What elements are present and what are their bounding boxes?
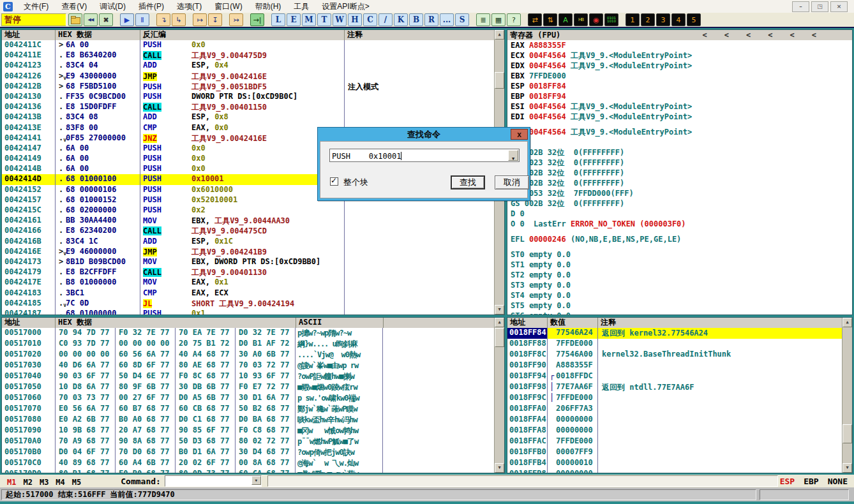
animate-into-button[interactable]: ↳ [172, 13, 186, 26]
dump-row[interactable]: 00517070E0 56 6A 7760 B7 68 7760 CB 68 7… [2, 404, 494, 415]
register-line[interactable]: CS 0023 32位 0(FFFFFFFF) [511, 158, 852, 168]
column-header-1[interactable]: 地址 [507, 318, 548, 328]
menu-item-2[interactable]: 查看(V) [55, 1, 93, 13]
menu-item-5[interactable]: 选项(T) [170, 1, 208, 13]
register-line[interactable]: EBX 7FFDE000 [511, 71, 852, 81]
dump-row[interactable]: 005170B0D0 04 6F 7770 D0 68 77B0 D1 6A 7… [2, 447, 494, 458]
column-header-2[interactable]: 数值 [548, 318, 598, 328]
disasm-row[interactable]: 00424130.FF35 0C9BCD00PUSHDWORD PTR DS:[… [2, 92, 494, 102]
register-line[interactable]: ST4 empty 0.0 [511, 290, 852, 300]
help-button[interactable]: ? [507, 13, 521, 26]
column-header-2[interactable]: HEX 数据 [56, 30, 140, 40]
disasm-row[interactable]: 0042416B.83C4 1CADDESP, 0x1C [2, 237, 494, 247]
disasm-row[interactable]: 00424173>8B1D B09BCD00MOVEBX, DWORD PTR … [2, 257, 494, 267]
disasm-row[interactable]: 00424161.BB 30AA4400MOVEBX, 工具V9_9.0044A… [2, 216, 494, 226]
up-down-button[interactable]: ⇅ [543, 13, 557, 26]
dump-row[interactable]: 0051706070 03 73 7700 27 6F 77D0 A5 6B 7… [2, 393, 494, 404]
stack-row[interactable]: 0018FF9C│7FFDE000 [507, 393, 842, 404]
stack-row[interactable]: 0018FF8477546A24返回到 kernel32.77546A24 [507, 328, 842, 339]
dump-row[interactable]: 00517010C0 93 7D 7700 00 00 0020 75 B1 7… [2, 339, 494, 350]
breakpoint-2-button[interactable]: 2 [641, 13, 655, 26]
register-line[interactable]: ST0 empty 0.0 [511, 249, 852, 260]
dump-row[interactable]: 0051703040 D6 6A 7760 8D 6F 7780 AE 68 7… [2, 360, 494, 371]
assemble-button[interactable]: A [558, 13, 573, 26]
step-over-button[interactable]: ↦ [193, 13, 207, 26]
stack-row[interactable]: 0018FFA800000000 [507, 426, 842, 436]
register-line[interactable]: EBP 0018FF94 [511, 91, 852, 101]
menu-item-8[interactable]: 工具 [287, 1, 315, 13]
scroll-down-button[interactable]: ▼ [843, 463, 852, 473]
disasm-row[interactable]: 0042411C>6A 00PUSH0x0 [2, 40, 494, 50]
minimize-button[interactable]: – [792, 1, 809, 12]
hardware-breakpoint-button[interactable]: HB [574, 13, 588, 26]
scroll-thumb[interactable] [843, 424, 852, 443]
column-header-1[interactable]: 地址 [2, 318, 56, 328]
dump-row[interactable]: 005170A070 A9 68 7790 8A 68 7750 D3 68 7… [2, 436, 494, 447]
view-windows-button[interactable]: W [333, 13, 347, 26]
register-line[interactable]: ESI 004F4564 工具V9_9.<ModuleEntryPoint> [511, 101, 852, 112]
view-breakpoints-button[interactable]: B [409, 13, 423, 26]
view-call-stack-button[interactable]: K [394, 13, 408, 26]
register-line[interactable]: EDI 004F4564 工具V9_9.<ModuleEntryPoint> [511, 112, 852, 122]
memory-tab-m3[interactable]: M3 [40, 478, 49, 487]
input-dropdown-button[interactable]: ▼ [508, 150, 518, 161]
column-header-1[interactable]: 地址 [2, 30, 56, 40]
breakpoint-3-button[interactable]: 3 [656, 13, 670, 26]
view-run-trace-button[interactable]: ... [440, 13, 454, 26]
binary-button[interactable]: 0101 1010 [604, 13, 618, 26]
view-source-button[interactable]: S [455, 13, 469, 26]
memory-tab-m2[interactable]: M2 [23, 478, 32, 487]
menu-item-6[interactable]: 窗口(W) [208, 1, 248, 13]
register-line[interactable]: ESP 0018FF84 [511, 81, 852, 91]
scroll-thumb[interactable] [495, 328, 504, 347]
stack-row[interactable]: 0018FF90A888355F [507, 360, 842, 371]
target-button[interactable]: ◉ [589, 13, 603, 26]
entire-block-checkbox[interactable]: ✓ [330, 177, 338, 186]
view-references-button[interactable]: R [424, 13, 438, 26]
column-header-3[interactable]: 反汇编 [140, 30, 345, 40]
find-command-input[interactable]: PUSH 0x10001 ▼ [329, 149, 520, 162]
swap-arrows-button[interactable]: ⇄ [528, 13, 542, 26]
stack-row[interactable]: 0018FFB000007FF9 [507, 447, 842, 458]
stack-scrollbar[interactable]: ▲ ▼ [842, 318, 852, 473]
memory-tab-m1[interactable]: M1 [7, 478, 16, 487]
close-button[interactable]: × [830, 1, 848, 12]
menu-item-4[interactable]: 插件(P) [132, 1, 170, 13]
stack-row[interactable]: 0018FFAC7FFDE000 [507, 436, 842, 447]
stack-row[interactable]: 0018FF887FFDE000 [507, 339, 842, 350]
stack-row[interactable]: 0018FFA0206FF7A3 [507, 404, 842, 415]
register-line[interactable]: SS 002B 32位 0(FFFFFFFF) [511, 168, 852, 178]
view-threads-button[interactable]: T [317, 13, 331, 26]
step-into-button[interactable]: ↴ [156, 13, 170, 26]
disasm-row[interactable]: 0042417E.B8 01000000MOVEAX, 0x1 [2, 278, 494, 288]
disasm-row[interactable]: 00424166.E8 62340200CALL工具V9_9.004475CD [2, 226, 494, 236]
view-memory-button[interactable]: M [302, 13, 316, 26]
stack-row[interactable]: 0018FF94┌0018FFDC [507, 371, 842, 382]
register-line[interactable]: ST3 empty 0.0 [511, 280, 852, 290]
dump-scrollbar[interactable]: ▲ ▼ [494, 318, 504, 473]
stack-row[interactable]: 0018FF98│77E7AA6F返回到 ntdll.77E7AA6F [507, 382, 842, 393]
dump-row[interactable]: 005170D080 B1 68 77F0 B0 68 7780 0D 73 7… [2, 469, 494, 473]
find-button[interactable]: 查找 [451, 175, 485, 189]
disasm-row[interactable]: 0042412B>68 F5BD5100PUSH工具V9_9.0051BDF5注… [2, 82, 494, 92]
view-log-button[interactable]: L [271, 13, 285, 26]
view-patches-button[interactable]: / [378, 13, 393, 26]
execute-till-return-button[interactable]: ↣ [229, 13, 243, 26]
restart-button[interactable]: ◀◀ [84, 13, 98, 26]
dump-row[interactable]: 00517080E0 A2 6B 77B0 A0 68 77D0 C1 68 7… [2, 415, 494, 426]
register-line[interactable]: EFL 00000246 (NO,NB,E,BE,NS,PE,GE,LE) [511, 234, 852, 244]
stack-row[interactable]: 0018FFB800000000 [507, 469, 842, 473]
go-to-address-button[interactable]: →| [250, 13, 264, 26]
register-line[interactable]: ES 002B 32位 0(FFFFFFFF) [511, 147, 852, 158]
register-line[interactable]: O 0 LastErr ERROR_NO_TOKEN (000003F0) [511, 219, 852, 229]
command-input[interactable]: ▼ [165, 475, 262, 487]
register-line[interactable]: DS 002B 32位 0(FFFFFFFF) [511, 178, 852, 188]
register-line[interactable]: FS 0053 32位 7FFDD000(FFF) [511, 188, 852, 198]
open-file-button[interactable] [68, 13, 82, 26]
register-line[interactable]: D 0 [511, 209, 852, 219]
column-header-3[interactable]: 注释 [598, 318, 852, 328]
dialog-titlebar[interactable]: 查找命令 x [318, 128, 530, 141]
stack-row[interactable]: 0018FFB400000010 [507, 458, 842, 469]
menu-item-1[interactable]: 文件(F) [17, 1, 55, 13]
column-header-3[interactable]: ASCII [296, 318, 384, 328]
